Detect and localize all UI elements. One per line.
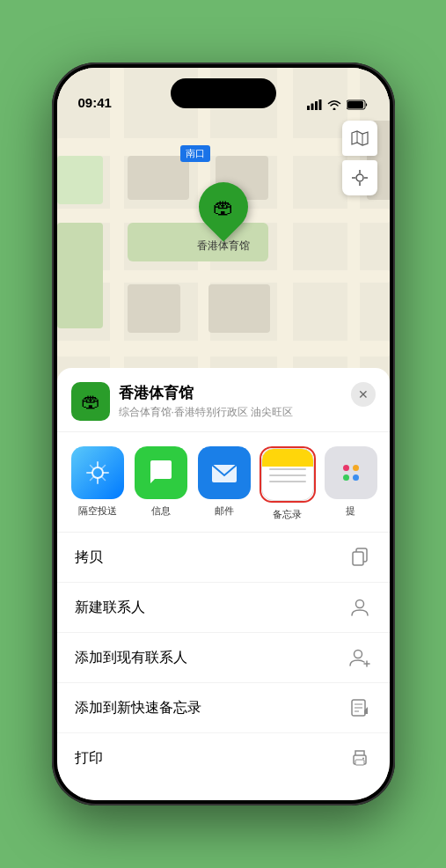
marker-pin: 🏟 bbox=[188, 172, 258, 241]
share-item-mail[interactable]: 邮件 bbox=[198, 446, 251, 521]
action-new-contact[interactable]: 新建联系人 bbox=[57, 583, 390, 633]
close-button[interactable]: ✕ bbox=[351, 382, 376, 407]
place-header: 🏟 香港体育馆 综合体育馆·香港特别行政区 油尖旺区 ✕ bbox=[57, 368, 390, 432]
notes-lines bbox=[269, 468, 306, 487]
share-row: 隔空投送 信息 bbox=[57, 432, 390, 533]
notes-label: 备忘录 bbox=[273, 508, 302, 521]
share-item-messages[interactable]: 信息 bbox=[135, 446, 187, 521]
action-add-existing[interactable]: 添加到现有联系人 bbox=[57, 633, 390, 683]
note-icon bbox=[347, 695, 372, 720]
more-label: 提 bbox=[346, 504, 355, 518]
dot-red bbox=[343, 465, 349, 471]
svg-rect-16 bbox=[353, 552, 363, 565]
action-copy[interactable]: 拷贝 bbox=[57, 533, 390, 583]
action-list: 拷贝 新建联系人 bbox=[57, 533, 390, 783]
map-icon bbox=[351, 129, 369, 147]
share-item-notes[interactable]: 备忘录 bbox=[261, 446, 314, 521]
svg-point-8 bbox=[356, 174, 363, 181]
map-label: 南口 bbox=[180, 145, 210, 162]
notes-line-3 bbox=[269, 481, 306, 482]
action-new-contact-label: 新建联系人 bbox=[75, 599, 145, 617]
dot-green bbox=[343, 474, 349, 481]
mail-label: 邮件 bbox=[215, 504, 234, 518]
more-dots bbox=[343, 465, 359, 481]
battery-icon bbox=[347, 99, 369, 110]
action-copy-label: 拷贝 bbox=[75, 548, 103, 567]
share-item-more[interactable]: 提 bbox=[325, 446, 377, 521]
svg-rect-5 bbox=[347, 101, 363, 108]
place-icon: 🏟 bbox=[71, 382, 110, 421]
phone-screen: 09:41 bbox=[57, 68, 390, 800]
mail-icon-wrap bbox=[198, 446, 251, 499]
more-dot-row-2 bbox=[343, 474, 359, 481]
more-dot-row-1 bbox=[343, 465, 359, 471]
svg-rect-0 bbox=[307, 106, 310, 110]
messages-icon-wrap bbox=[135, 446, 187, 499]
svg-rect-1 bbox=[311, 104, 313, 111]
copy-icon bbox=[347, 545, 372, 570]
map-label-text: 南口 bbox=[186, 148, 205, 158]
airdrop-label: 隔空投送 bbox=[78, 504, 117, 518]
notes-selected-border bbox=[260, 446, 316, 503]
marker-icon: 🏟 bbox=[213, 195, 234, 219]
mail-icon bbox=[209, 458, 239, 488]
svg-point-17 bbox=[355, 600, 363, 608]
airdrop-icon-wrap bbox=[71, 446, 124, 499]
messages-label: 信息 bbox=[151, 504, 171, 518]
notes-icon-wrap bbox=[261, 448, 314, 501]
map-type-button[interactable] bbox=[342, 121, 377, 156]
map-controls bbox=[342, 121, 377, 195]
status-icons bbox=[307, 99, 369, 110]
action-add-notes[interactable]: 添加到新快速备忘录 bbox=[57, 683, 390, 733]
person-add-icon bbox=[347, 645, 372, 670]
location-button[interactable] bbox=[342, 160, 377, 195]
dynamic-island bbox=[171, 78, 276, 108]
printer-icon bbox=[347, 746, 372, 770]
stadium-marker: 🏟 香港体育馆 bbox=[197, 182, 250, 254]
signal-icon bbox=[307, 99, 322, 110]
airdrop-icon bbox=[84, 459, 112, 487]
action-print-label: 打印 bbox=[75, 749, 103, 768]
share-item-airdrop[interactable]: 隔空投送 bbox=[71, 446, 124, 521]
svg-rect-2 bbox=[315, 101, 318, 110]
action-add-existing-label: 添加到现有联系人 bbox=[75, 649, 187, 667]
dot-blue bbox=[353, 474, 359, 481]
svg-point-27 bbox=[362, 758, 364, 760]
wifi-icon bbox=[327, 99, 341, 110]
bottom-sheet: 🏟 香港体育馆 综合体育馆·香港特别行政区 油尖旺区 ✕ bbox=[57, 368, 390, 800]
place-info: 香港体育馆 综合体育馆·香港特别行政区 油尖旺区 bbox=[119, 383, 376, 420]
svg-point-18 bbox=[354, 651, 362, 658]
status-time: 09:41 bbox=[78, 95, 112, 110]
action-add-notes-label: 添加到新快速备忘录 bbox=[75, 699, 201, 717]
dot-orange bbox=[353, 465, 359, 471]
phone-frame: 09:41 bbox=[52, 63, 395, 805]
notes-line-2 bbox=[269, 474, 306, 476]
place-name: 香港体育馆 bbox=[119, 383, 376, 403]
location-icon bbox=[352, 170, 368, 186]
svg-rect-3 bbox=[318, 99, 321, 110]
action-print[interactable]: 打印 bbox=[57, 733, 390, 783]
more-icon-wrap bbox=[325, 446, 377, 499]
person-icon bbox=[347, 595, 372, 620]
notes-line-1 bbox=[269, 468, 306, 470]
messages-icon bbox=[146, 458, 176, 488]
place-subtitle: 综合体育馆·香港特别行政区 油尖旺区 bbox=[119, 405, 376, 420]
svg-rect-26 bbox=[355, 760, 364, 765]
